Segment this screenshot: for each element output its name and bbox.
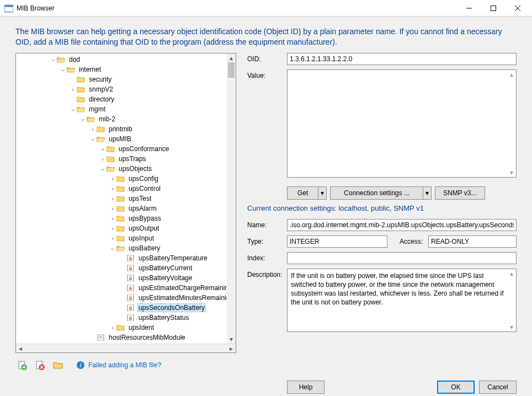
expand-toggle[interactable]: ⌵ xyxy=(89,135,97,142)
access-label: Access: xyxy=(395,238,428,245)
tree-node[interactable]: security xyxy=(88,76,113,83)
tree-leaf[interactable]: upsEstimatedMinutesRemainir xyxy=(137,294,230,302)
tree-node[interactable]: upsTraps xyxy=(118,155,147,163)
tree-node[interactable]: snmpV2 xyxy=(88,85,114,93)
scroll-left-arrow-icon[interactable]: ◂ xyxy=(16,344,25,353)
index-field[interactable] xyxy=(287,252,517,264)
value-label: Value: xyxy=(247,69,287,79)
tree-leaf[interactable]: hostResourcesMibModule xyxy=(108,334,187,341)
tree-node[interactable]: upsBattery xyxy=(127,244,161,252)
connection-settings-dropdown[interactable]: ▾ xyxy=(423,186,432,200)
folder-icon xyxy=(116,185,125,192)
connection-settings-button[interactable]: Connection settings ... ▾ xyxy=(330,186,432,200)
expand-toggle[interactable]: ⌵ xyxy=(79,115,87,122)
scroll-up-arrow-icon[interactable]: ▴ xyxy=(507,70,516,79)
expand-toggle[interactable]: › xyxy=(109,175,116,182)
expand-toggle[interactable]: › xyxy=(109,215,116,222)
tree-node[interactable]: upsControl xyxy=(127,185,162,192)
type-field[interactable] xyxy=(287,236,387,248)
maximize-button[interactable] xyxy=(481,1,506,16)
connection-settings-main[interactable]: Connection settings ... xyxy=(330,186,423,200)
expand-toggle[interactable]: ⌵ xyxy=(99,165,107,172)
scroll-down-arrow-icon[interactable]: ▾ xyxy=(227,335,236,344)
leaf-readonly-icon xyxy=(126,284,135,292)
expand-toggle[interactable]: › xyxy=(109,235,116,242)
close-button[interactable] xyxy=(506,1,530,16)
tree-leaf[interactable]: upsBatteryCurrent xyxy=(137,264,193,272)
scroll-right-arrow-icon[interactable]: ▸ xyxy=(227,344,236,353)
tree-leaf[interactable]: upsEstimatedChargeRemainin xyxy=(137,284,230,292)
folder-icon xyxy=(116,324,125,331)
scroll-down-arrow-icon[interactable]: ▾ xyxy=(507,168,516,177)
value-textarea[interactable]: ▴▾ xyxy=(287,69,517,178)
connection-status: Current connection settings: localhost, … xyxy=(247,204,517,212)
add-mib-button[interactable] xyxy=(18,360,28,370)
description-label: Description: xyxy=(247,269,287,279)
minimize-button[interactable] xyxy=(457,1,481,16)
tree-node[interactable]: upsInput xyxy=(127,234,155,242)
expand-toggle[interactable]: › xyxy=(99,156,107,162)
remove-mib-button[interactable] xyxy=(35,360,45,370)
oid-input[interactable] xyxy=(287,53,517,65)
expand-toggle[interactable]: › xyxy=(109,185,116,192)
tree-node[interactable]: upsBypass xyxy=(127,215,162,222)
svg-rect-15 xyxy=(491,6,496,10)
app-icon xyxy=(4,4,13,13)
leaf-page-icon xyxy=(97,334,105,341)
access-field[interactable] xyxy=(428,236,517,248)
tree-node[interactable]: mib-2 xyxy=(98,115,116,123)
tree-node[interactable]: upsAlarm xyxy=(127,205,158,212)
tree-node[interactable]: directory xyxy=(88,95,115,103)
expand-toggle[interactable]: ⌵ xyxy=(49,56,57,63)
expand-toggle[interactable]: ⌵ xyxy=(59,66,67,73)
folder-icon xyxy=(116,234,125,242)
expand-toggle[interactable]: › xyxy=(109,205,116,212)
help-button[interactable]: Help xyxy=(287,381,324,394)
expand-toggle[interactable]: ⌵ xyxy=(109,244,116,251)
folder-icon xyxy=(77,76,86,83)
failed-adding-mib-link[interactable]: Failed adding a MIB file? xyxy=(76,361,161,370)
tree-node[interactable]: upsTest xyxy=(127,195,152,202)
intro-text: The MIB browser can help getting a neces… xyxy=(0,17,532,53)
description-textarea[interactable]: If the unit is on battery power, the ela… xyxy=(287,269,517,332)
tree-leaf[interactable]: upsBatteryTemperature xyxy=(137,254,209,262)
description-text: If the unit is on battery power, the ela… xyxy=(291,272,504,307)
tree-node[interactable]: upsOutput xyxy=(127,224,160,232)
snmp-v3-button[interactable]: SNMP v3... xyxy=(435,186,485,200)
get-button[interactable]: Get ▾ xyxy=(287,186,327,200)
scroll-up-arrow-icon[interactable]: ▴ xyxy=(227,53,236,62)
expand-toggle[interactable]: › xyxy=(109,195,116,202)
scroll-up-arrow-icon[interactable]: ▴ xyxy=(507,269,516,278)
get-button-dropdown[interactable]: ▾ xyxy=(318,186,327,200)
cancel-button[interactable]: Cancel xyxy=(479,381,517,394)
tree-node[interactable]: internet xyxy=(78,66,102,73)
mib-tree[interactable]: ⌵dod ⌵internet security ›snmpV2 director… xyxy=(15,53,236,353)
expand-toggle[interactable]: › xyxy=(109,324,116,331)
tree-leaf[interactable]: upsBatteryVoltage xyxy=(137,274,193,282)
open-folder-button[interactable] xyxy=(53,360,63,370)
scroll-thumb[interactable] xyxy=(228,62,235,78)
tree-node[interactable]: upsConformance xyxy=(118,145,170,153)
tree-node[interactable]: upsMIB xyxy=(108,135,132,143)
tree-node[interactable]: mgmt xyxy=(88,105,107,113)
expand-toggle[interactable]: › xyxy=(69,86,77,93)
tree-leaf[interactable]: upsBatteryStatus xyxy=(137,314,190,322)
expand-toggle[interactable]: › xyxy=(109,225,116,232)
tree-node[interactable]: dod xyxy=(68,56,81,63)
tree-node[interactable]: upsObjects xyxy=(118,165,153,173)
tree-node[interactable]: upsIdent xyxy=(127,324,155,331)
expand-toggle[interactable]: › xyxy=(99,146,107,152)
tree-vertical-scrollbar[interactable]: ▴ ▾ xyxy=(227,53,236,344)
expand-toggle[interactable]: ⌵ xyxy=(69,105,77,113)
get-button-main[interactable]: Get xyxy=(287,186,318,200)
tree-node[interactable]: printmib xyxy=(108,125,134,133)
folder-open-icon xyxy=(87,115,95,123)
scroll-down-arrow-icon[interactable]: ▾ xyxy=(507,323,516,331)
name-field[interactable] xyxy=(287,219,517,231)
tree-node[interactable]: upsConfig xyxy=(127,175,159,183)
tree-leaf-selected[interactable]: upsSecondsOnBattery xyxy=(137,303,206,312)
ok-button[interactable]: OK xyxy=(437,381,475,394)
expand-toggle[interactable]: › xyxy=(89,126,97,132)
leaf-readonly-icon xyxy=(126,294,135,302)
tree-horizontal-scrollbar[interactable]: ◂ ▸ xyxy=(16,344,236,352)
